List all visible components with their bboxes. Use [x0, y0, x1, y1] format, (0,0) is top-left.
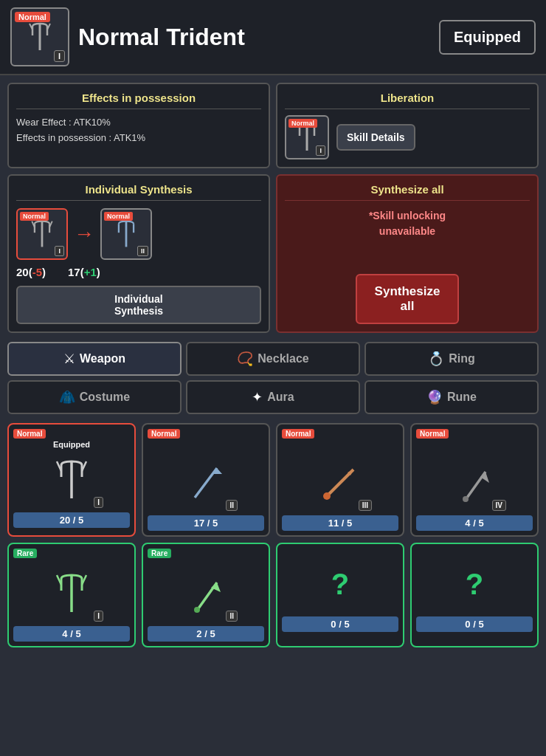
rare-2-count: 2 / 5 — [148, 626, 264, 642]
rare-4-icon-wrap: ? — [441, 554, 508, 614]
tab-weapon-label: Weapon — [80, 352, 125, 365]
equipped-label: Equipped — [53, 440, 90, 449]
rare-2-weapon-icon — [184, 571, 228, 616]
from-minus: -5 — [32, 266, 42, 278]
item-2-badge: Normal — [148, 429, 180, 439]
info-panels-row: Effects in possession Wear Effect : ATK1… — [0, 75, 546, 168]
item-3-sword-icon — [318, 461, 362, 505]
item-4-axe-icon — [452, 461, 497, 505]
synthesize-all-panel: Synthesize all *Skill unlockingunavailab… — [276, 174, 539, 333]
item-1-level: I — [94, 497, 103, 508]
individual-synthesis-panel: Individual Synthesis Normal I → Normal — [7, 174, 270, 333]
rare-2-icon-wrap: II — [173, 564, 239, 623]
item-3-level: III — [359, 500, 372, 511]
to-count-number: 17( — [68, 266, 84, 278]
equipped-button[interactable]: Equipped — [439, 20, 536, 55]
item-1-icon-wrap: I — [38, 450, 105, 509]
tab-ring[interactable]: 💍 Ring — [364, 342, 539, 376]
item-1-trident-icon — [49, 458, 94, 502]
item-3-header: Normal — [282, 429, 398, 439]
item-1-count: 20 / 5 — [13, 512, 130, 528]
header-level-badge: I — [54, 50, 65, 62]
synthesis-from-item: Normal I — [16, 208, 68, 260]
effects-panel: Effects in possession Wear Effect : ATK1… — [7, 83, 270, 168]
item-card-rare-4[interactable]: ? 0 / 5 — [410, 543, 539, 647]
ring-icon: 💍 — [428, 351, 444, 367]
tab-aura[interactable]: ✦ Aura — [186, 380, 360, 414]
synth-to-level: II — [137, 246, 148, 256]
header-section: Normal I Normal Trident Equipped — [0, 0, 546, 75]
header-item-icon: Normal I — [10, 7, 69, 66]
tab-aura-label: Aura — [267, 391, 294, 404]
item-card-rare-1[interactable]: Rare I 4 / 5 — [7, 543, 136, 647]
individual-synthesis-title: Individual Synthesis — [16, 183, 261, 201]
tab-necklace[interactable]: 📿 Necklace — [186, 342, 360, 376]
individual-synthesis-button[interactable]: IndividualSynthesis — [16, 286, 261, 324]
header-normal-badge: Normal — [15, 12, 50, 22]
necklace-icon: 📿 — [237, 351, 253, 367]
rune-icon: 🔮 — [426, 389, 443, 405]
synth-from-level: I — [55, 246, 64, 256]
svg-point-18 — [323, 492, 331, 500]
rare-4-question-icon: ? — [466, 568, 483, 601]
item-4-badge: Normal — [416, 429, 449, 439]
to-count: 17(+1) — [68, 266, 100, 278]
item-card-normal-3[interactable]: Normal III 11 / 5 — [276, 423, 404, 537]
effects-line1: Wear Effect : ATK10% — [16, 115, 261, 131]
rare-4-count: 0 / 5 — [416, 616, 533, 632]
svg-point-26 — [194, 607, 200, 613]
page-title: Normal Trident — [78, 24, 430, 51]
skill-unlock-text: *Skill unlockingunavailable — [369, 208, 446, 239]
tab-costume-label: Costume — [80, 391, 130, 404]
item-2-spear-icon — [184, 461, 228, 505]
svg-point-21 — [463, 496, 469, 502]
rare-1-count: 4 / 5 — [13, 626, 130, 642]
synth-to-badge: Normal — [104, 212, 133, 221]
item-1-badge: Normal — [13, 429, 46, 439]
rare-1-trident-icon — [49, 571, 94, 616]
item-3-count: 11 / 5 — [282, 515, 398, 531]
weapon-icon: ⚔ — [63, 351, 75, 367]
rare-2-header: Rare — [148, 549, 264, 558]
tab-weapon[interactable]: ⚔ Weapon — [7, 342, 182, 376]
rare-2-badge: Rare — [148, 549, 171, 558]
lib-level: I — [316, 145, 325, 156]
item-3-badge: Normal — [282, 429, 314, 439]
costume-icon: 🧥 — [59, 389, 75, 405]
to-close: ) — [97, 266, 100, 278]
synthesis-arrow-icon: → — [74, 222, 94, 246]
category-tabs: ⚔ Weapon 📿 Necklace 💍 Ring 🧥 Costume ✦ A… — [0, 333, 546, 414]
rare-items-grid: Rare I 4 / 5 Rare II — [0, 537, 546, 656]
tab-ring-label: Ring — [449, 352, 475, 365]
item-4-icon-wrap: IV — [441, 453, 508, 512]
rare-1-badge: Rare — [13, 549, 37, 558]
item-card-normal-1[interactable]: Normal Equipped I 20 / 5 — [7, 423, 136, 537]
item-card-normal-4[interactable]: Normal IV 4 / 5 — [410, 423, 539, 537]
effects-title: Effects in possession — [16, 92, 261, 109]
item-2-count: 17 / 5 — [148, 515, 264, 531]
item-4-count: 4 / 5 — [416, 515, 533, 531]
from-count-number: 20( — [16, 266, 32, 278]
synthesis-to-item: Normal II — [100, 208, 152, 260]
rare-2-level: II — [226, 611, 238, 622]
synth-from-badge: Normal — [20, 212, 49, 221]
normal-items-grid: Normal Equipped I 20 / 5 Normal II — [0, 414, 546, 537]
synthesis-row: Individual Synthesis Normal I → Normal — [0, 168, 546, 333]
item-4-level: IV — [492, 500, 506, 511]
to-plus: +1 — [84, 266, 97, 278]
synthesize-all-button[interactable]: Synthesizeall — [356, 274, 460, 324]
tab-necklace-label: Necklace — [258, 352, 308, 365]
item-card-rare-3[interactable]: ? 0 / 5 — [276, 543, 404, 647]
rare-3-count: 0 / 5 — [282, 616, 398, 632]
skill-details-button[interactable]: Skill Details — [336, 124, 415, 151]
synthesis-counts: 20(-5) 17(+1) — [16, 266, 261, 278]
tab-costume[interactable]: 🧥 Costume — [7, 380, 182, 414]
item-4-header: Normal — [416, 429, 533, 439]
item-card-normal-2[interactable]: Normal II 17 / 5 — [142, 423, 270, 537]
item-card-rare-2[interactable]: Rare II 2 / 5 — [142, 543, 270, 647]
from-count: 20(-5) — [16, 266, 46, 278]
synth-from-icon — [26, 218, 58, 250]
rare-3-question-icon: ? — [331, 568, 349, 601]
liberation-content: Normal I Skill Details — [285, 115, 530, 159]
tab-rune[interactable]: 🔮 Rune — [364, 380, 539, 414]
